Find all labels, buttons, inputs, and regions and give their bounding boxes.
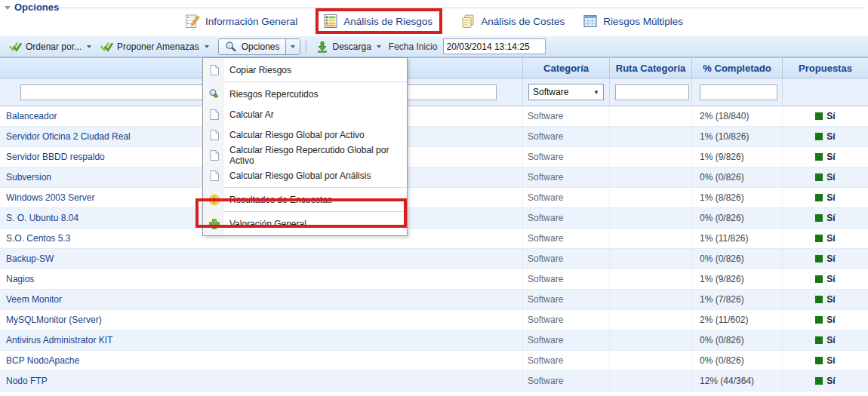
ruta-filter-input[interactable] <box>615 84 689 100</box>
table-row[interactable]: Servidor BBDD respaldo Software 1% (9/82… <box>0 147 868 167</box>
propuestas-value: Sí <box>826 253 835 264</box>
propuestas-value: Sí <box>826 172 835 183</box>
asset-name-link[interactable]: Backup-SW <box>6 253 54 264</box>
asset-name-link[interactable]: Windows 2003 Server <box>6 192 94 203</box>
asset-name-link[interactable]: Servidor BBDD respaldo <box>6 152 105 162</box>
filter-row: Software ▼ <box>0 78 868 106</box>
proponer-amenazas-label: Proponer Amenazas <box>117 41 199 52</box>
table-row[interactable]: Nodo FTP Software 12% (44/364) Sí <box>0 371 868 391</box>
propuestas-cell: Sí <box>783 127 868 146</box>
categoria-cell: Software <box>523 229 610 248</box>
menu-item-calcular-riesgo-global-por-activo[interactable]: Calcular Riesgo Global por Activo <box>203 124 407 145</box>
chevron-down-icon <box>377 45 381 48</box>
ruta-categoria-cell <box>610 371 692 391</box>
table-row[interactable]: S. O. Ubuntu 8.04 Software 0% (0/826) Sí <box>0 208 868 229</box>
completado-cell: 1% (9/826) <box>692 269 783 289</box>
ruta-filter-cell <box>610 78 692 106</box>
header-categoria[interactable]: Categoría <box>523 58 610 78</box>
menu-item-label: Riesgos Repercutidos <box>229 89 318 100</box>
menu-item-label: Calcular Riesgo Global por Análisis <box>229 170 371 181</box>
menu-item-valoracion-general[interactable]: Valoración General <box>203 213 407 234</box>
table-row[interactable]: Windows 2003 Server Software 1% (8/826) … <box>0 188 868 208</box>
table-row[interactable]: Antivirus Administrator KIT Software 0% … <box>0 330 868 351</box>
descarga-button[interactable]: Descarga <box>312 38 385 55</box>
propuesta-indicator-icon <box>815 133 823 140</box>
menu-item-calcular-ar[interactable]: Calcular Ar <box>203 104 407 124</box>
categoria-selected-value: Software <box>533 87 568 97</box>
ordenar-por-button[interactable]: Ordenar por... <box>5 39 96 54</box>
table-row[interactable]: Backup-SW Software 0% (0/826) Sí <box>0 249 868 269</box>
propuestas-cell: Sí <box>783 249 868 269</box>
tab-analisis-de-costes[interactable]: Análisis de Costes <box>460 14 565 29</box>
asset-name-link[interactable]: S.O. Centos 5.3 <box>6 233 70 244</box>
asset-name-link[interactable]: Antivirus Administrator KIT <box>6 335 112 345</box>
categoria-cell: Software <box>523 208 610 228</box>
asset-name-link[interactable]: S. O. Ubuntu 8.04 <box>6 213 78 223</box>
table-row[interactable]: BCP NodoApache Software 0% (0/826) Sí <box>0 351 868 371</box>
asset-name-link[interactable]: Subversion <box>6 172 51 183</box>
propuestas-filter-cell <box>783 78 868 106</box>
tab-analisis-de-riesgos[interactable]: Análisis de Riesgos <box>315 8 442 34</box>
completado-cell: 0% (0/826) <box>692 167 783 187</box>
completado-filter-cell <box>692 78 783 106</box>
proponer-amenazas-button[interactable]: Proponer Amenazas <box>96 39 214 54</box>
menu-item-riesgos-repercutidos[interactable]: Riesgos Repercutidos <box>203 84 407 104</box>
opciones-dropdown-arrow[interactable] <box>285 39 300 54</box>
completado-filter-input[interactable] <box>700 84 777 100</box>
propuesta-indicator-icon <box>815 336 823 344</box>
header-completado[interactable]: % Completado <box>692 58 783 78</box>
opciones-button[interactable]: Opciones <box>219 39 286 54</box>
propuesta-indicator-icon <box>815 296 823 303</box>
asset-name-link[interactable]: Nodo FTP <box>6 376 48 386</box>
propuestas-cell: Sí <box>783 310 868 330</box>
risk-chart-icon <box>323 14 338 29</box>
ruta-categoria-cell <box>610 106 692 126</box>
asset-name-link[interactable]: Veem Monitor <box>6 294 62 305</box>
tab-riesgos-multiples[interactable]: Riesgos Múltiples <box>583 14 683 29</box>
propuestas-value: Sí <box>826 131 835 142</box>
asset-name-link[interactable]: Balanceador <box>6 111 57 121</box>
categoria-select[interactable]: Software ▼ <box>528 84 604 100</box>
opciones-dropdown-menu: Copiar Riesgos Riesgos Repercutidos Calc… <box>202 57 408 236</box>
propuestas-value: Sí <box>826 111 835 121</box>
asset-name-link[interactable]: MySQLMonitor (Server) <box>6 315 102 325</box>
chevron-down-icon <box>291 45 295 48</box>
tab-label: Información General <box>205 16 297 27</box>
tab-bar: Información General Análisis de Riesgos <box>0 6 868 36</box>
tab-informacion-general[interactable]: Información General <box>185 14 297 29</box>
table-row[interactable]: Veem Monitor Software 1% (7/826) Sí <box>0 290 868 310</box>
asset-name-link[interactable]: Nagios <box>6 274 34 284</box>
propuesta-indicator-icon <box>815 357 823 364</box>
table-row[interactable]: Servidor Oficina 2 Ciudad Real Software … <box>0 127 868 147</box>
ruta-categoria-cell <box>610 310 692 330</box>
table-row[interactable]: Subversion Software 0% (0/826) Sí <box>0 167 868 188</box>
descarga-label: Descarga <box>332 41 371 52</box>
propuestas-cell: Sí <box>783 106 868 126</box>
header-ruta-categoria[interactable]: Ruta Categoría <box>610 58 692 78</box>
menu-item-copiar-riesgos[interactable]: Copiar Riesgos <box>203 60 407 80</box>
menu-item-resultados-de-encuestas[interactable]: Resultados de Encuestas <box>203 189 407 210</box>
table-row[interactable]: Nagios Software 1% (9/826) Sí <box>0 269 868 290</box>
asset-name-link[interactable]: BCP NodoApache <box>6 355 79 366</box>
categoria-cell: Software <box>523 290 610 309</box>
table-row[interactable]: S.O. Centos 5.3 Software 1% (11/826) Sí <box>0 229 868 249</box>
table-row[interactable]: Balanceador Software 2% (18/840) Sí <box>0 106 868 127</box>
menu-item-label: Calcular Riesgo Global por Activo <box>229 130 365 140</box>
categoria-cell: Software <box>523 249 610 269</box>
header-propuestas[interactable]: Propuestas <box>783 58 868 78</box>
fecha-inicio-input[interactable] <box>443 38 546 54</box>
menu-item-label: Calcular Riesgo Repercutido Global por A… <box>229 145 407 166</box>
asset-name-link[interactable]: Servidor Oficina 2 Ciudad Real <box>6 131 131 142</box>
menu-item-calcular-riesgo-repercutido-global-por-activo[interactable]: Calcular Riesgo Repercutido Global por A… <box>203 145 407 165</box>
categoria-cell: Software <box>523 127 610 146</box>
propuestas-cell: Sí <box>783 229 868 248</box>
menu-item-calcular-riesgo-global-por-analisis[interactable]: Calcular Riesgo Global por Análisis <box>203 165 407 186</box>
completado-cell: 1% (7/826) <box>692 290 783 309</box>
select-arrow-icon: ▼ <box>593 89 599 96</box>
double-check-icon <box>9 41 22 52</box>
propuestas-value: Sí <box>826 192 835 203</box>
table-row[interactable]: MySQLMonitor (Server) Software 2% (11/60… <box>0 310 868 330</box>
plus-icon <box>208 218 220 230</box>
propuestas-value: Sí <box>826 355 835 366</box>
options-panel-header: Opciones Información General <box>0 0 868 36</box>
